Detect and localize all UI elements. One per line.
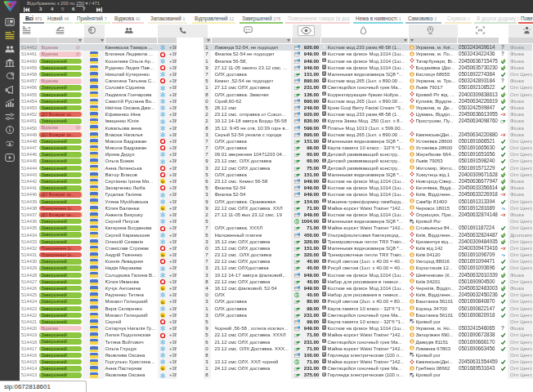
svg-text:$: $ bbox=[295, 360, 298, 364]
svg-text:lc: lc bbox=[162, 287, 164, 291]
svg-text:lc: lc bbox=[162, 301, 164, 304]
svg-text:lc: lc bbox=[162, 314, 164, 318]
svg-text:$: $ bbox=[295, 293, 298, 297]
svg-text:lc: lc bbox=[162, 254, 164, 257]
svg-text:lc: lc bbox=[162, 180, 164, 184]
svg-text:$: $ bbox=[295, 220, 298, 224]
svg-text:lc: lc bbox=[162, 368, 164, 371]
svg-text:lc: lc bbox=[162, 207, 164, 211]
